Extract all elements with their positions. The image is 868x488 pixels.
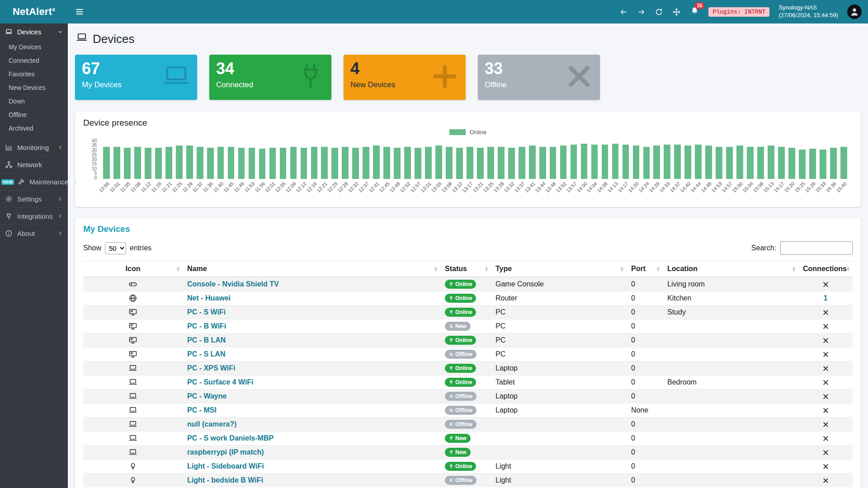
status-badge-label: Offline: [455, 421, 472, 427]
device-location: [663, 333, 798, 347]
device-location: [663, 319, 798, 333]
x-icon: [565, 62, 594, 91]
device-name-link[interactable]: PC - S LAN: [187, 350, 225, 358]
refresh-icon[interactable]: [655, 8, 663, 16]
sidebar-item-network[interactable]: Network: [0, 156, 68, 173]
device-connections: [798, 333, 853, 347]
chart-bar: [122, 148, 132, 179]
device-name-link[interactable]: PC - S work Daniels-MBP: [187, 434, 274, 442]
device-name-link[interactable]: Light - Sideboard WiFi: [187, 462, 264, 470]
device-name-link[interactable]: PC - Surface 4 WiFi: [187, 378, 254, 386]
device-name-link[interactable]: null (camera?): [187, 420, 236, 428]
sidebar-item-maintenance[interactable]: NEWMaintenance: [0, 173, 68, 190]
laptop-icon: [128, 392, 137, 401]
laptop-icon: [5, 28, 13, 36]
device-location: Kitchen: [663, 291, 798, 305]
app-logo[interactable]: NetAlertx: [0, 6, 68, 18]
device-name-link[interactable]: PC - XPS WiFi: [187, 364, 236, 372]
sidebar-item-devices[interactable]: Devices: [0, 23, 68, 40]
sidebar-item-archived[interactable]: Archived: [0, 122, 68, 135]
sidebar-item-new-devices[interactable]: New Devices: [0, 81, 68, 94]
chart-bar: [579, 144, 590, 179]
device-location: [663, 446, 798, 460]
avatar[interactable]: [847, 5, 862, 19]
back-arrow-icon[interactable]: [619, 8, 628, 16]
device-connections: [798, 361, 853, 375]
chart-bar: [641, 147, 651, 179]
sidebar-item-offline[interactable]: Offline: [0, 108, 68, 122]
column-header-connections[interactable]: Connections▲▼: [798, 261, 853, 277]
table-row: Light - Sideboard WiFiOnlineLight0: [83, 460, 853, 474]
chart-bar: [402, 147, 413, 179]
sidebar-item-settings[interactable]: Settings: [0, 190, 68, 207]
laptop-icon: [76, 32, 88, 47]
arrows-move-icon[interactable]: [672, 8, 681, 16]
menu-toggle-icon[interactable]: [75, 7, 84, 16]
no-connection-icon: [822, 309, 829, 316]
device-name-link[interactable]: Console - Nvidia Shield TV: [187, 280, 279, 288]
sidebar-item-connected[interactable]: Connected: [0, 54, 68, 67]
device-name-link[interactable]: Net - Huawei: [187, 294, 231, 302]
device-name-link[interactable]: PC - MSI: [187, 406, 217, 414]
no-connection-icon: [822, 337, 829, 344]
summary-box-connected[interactable]: 34Connected: [209, 55, 331, 100]
x-tick: 15:40: [839, 179, 849, 201]
connections-count-link[interactable]: 1: [824, 294, 828, 302]
column-header-status[interactable]: Status▲▼: [440, 261, 491, 277]
chart-bar: [174, 145, 184, 179]
device-location: [663, 347, 798, 361]
sidebar-item-monitoring[interactable]: Monitoring: [0, 139, 68, 156]
desktop-icon: [128, 322, 137, 331]
column-header-label: Location: [667, 265, 698, 272]
sort-icon: ▲▼: [846, 266, 850, 272]
chart-bar: [517, 147, 527, 179]
notifications-bell-icon[interactable]: 15: [690, 6, 699, 18]
status-badge-label: Online: [455, 295, 472, 301]
desktop-icon: [128, 336, 137, 345]
device-name-link[interactable]: PC - S WiFi: [187, 308, 226, 316]
chart-bar: [818, 150, 828, 179]
column-header-type[interactable]: Type▲▼: [491, 261, 627, 277]
no-connection-icon: [822, 463, 829, 470]
summary-box-offline[interactable]: 33Offline: [478, 55, 600, 100]
forward-arrow-icon[interactable]: [637, 8, 646, 16]
summary-box-my-devices[interactable]: 67My Devices: [75, 55, 197, 100]
device-name-link[interactable]: PC - B LAN: [187, 336, 226, 344]
chart-x-axis: 10:5611:0111:0511:0811:1211:1611:2111:25…: [101, 179, 849, 201]
top-navbar: NetAlertx 15 Plugins: INTRNT Synology-NA…: [0, 0, 868, 23]
page-title-text: Devices: [93, 32, 134, 46]
table-row: PC - S work Daniels-MBPNew0: [83, 432, 853, 446]
plug-icon: [449, 380, 453, 385]
sidebar-item-down[interactable]: Down: [0, 94, 68, 108]
column-header-location[interactable]: Location▲▼: [663, 261, 798, 277]
summary-box-new-devices[interactable]: 4New Devices: [344, 55, 466, 100]
sidebar-item-favorites[interactable]: Favorites: [0, 67, 68, 81]
device-connections: [798, 460, 853, 474]
device-port: 0: [627, 446, 663, 460]
chart-bar: [454, 148, 465, 179]
device-type: PC: [491, 319, 627, 333]
device-port: 0: [627, 319, 663, 333]
column-header-icon[interactable]: Icon▲▼: [83, 261, 183, 277]
sidebar-item-integrations[interactable]: Integrations: [0, 207, 68, 225]
page-length-control: Show 50 entries: [83, 242, 151, 254]
plugins-status-badge[interactable]: Plugins: INTRNT: [708, 7, 769, 17]
column-header-name[interactable]: Name▲▼: [183, 261, 440, 277]
device-name-link[interactable]: PC - Wayne: [187, 392, 226, 400]
chart-bar: [350, 148, 361, 179]
chart-bar: [330, 148, 340, 179]
sidebar-item-about[interactable]: About: [0, 225, 68, 242]
status-badge: Online: [445, 364, 476, 373]
device-name-link[interactable]: PC - B WiFi: [187, 322, 226, 330]
device-name-link[interactable]: Light - bedside B WiFi: [187, 476, 263, 484]
sidebar-item-my-devices[interactable]: My Devices: [0, 40, 68, 54]
status-badge: New: [445, 322, 471, 331]
page-length-select[interactable]: 50: [105, 242, 126, 254]
device-name-link[interactable]: raspberrypi (IP match): [187, 448, 264, 456]
x-icon: [449, 478, 453, 483]
column-header-port[interactable]: Port▲▼: [627, 261, 663, 277]
table-row: PC - WayneOfflineLaptop0: [83, 389, 853, 404]
sort-icon: ▲▼: [792, 266, 796, 272]
status-badge-label: New: [455, 449, 467, 455]
search-input[interactable]: [780, 241, 853, 255]
